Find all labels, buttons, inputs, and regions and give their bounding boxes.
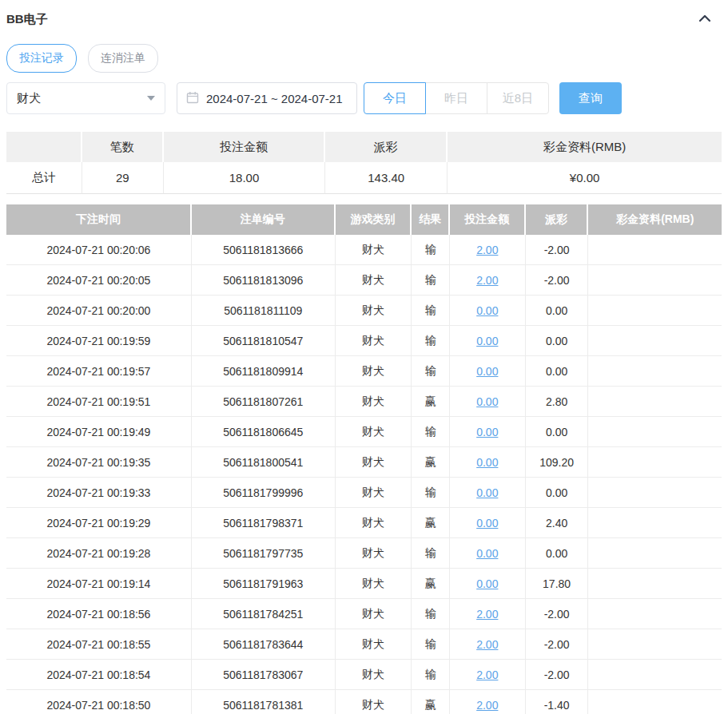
order-id-cell: 5061181810547 bbox=[192, 326, 336, 356]
bet-amount-link[interactable]: 2.00 bbox=[476, 274, 498, 287]
table-row: 2024-07-21 00:19:355061181800541财犬赢0.001… bbox=[6, 447, 722, 478]
records-header-payout: 派彩 bbox=[526, 204, 589, 235]
bet-amount-link[interactable]: 0.00 bbox=[476, 486, 498, 499]
summary-header-row: 笔数 投注金额 派彩 彩金资料(RMB) bbox=[6, 132, 722, 162]
bet-time-cell: 2024-07-21 00:20:00 bbox=[6, 296, 192, 326]
bet-amount-cell: 2.00 bbox=[450, 265, 526, 296]
payout-cell: 17.80 bbox=[526, 569, 589, 599]
result-cell: 输 bbox=[412, 326, 449, 356]
bet-amount-link[interactable]: 0.00 bbox=[476, 335, 498, 347]
bonus-cell bbox=[588, 629, 722, 660]
bet-amount-cell: 0.00 bbox=[450, 508, 526, 538]
bet-amount-link[interactable]: 0.00 bbox=[476, 365, 498, 378]
result-cell: 输 bbox=[412, 660, 449, 690]
game-type-cell: 财犬 bbox=[336, 326, 412, 356]
bonus-cell bbox=[588, 569, 722, 599]
bet-time-cell: 2024-07-21 00:19:33 bbox=[6, 478, 192, 508]
payout-cell: 0.00 bbox=[526, 538, 589, 569]
bet-amount-link[interactable]: 0.00 bbox=[476, 456, 498, 469]
table-row: 2024-07-21 00:19:515061181807261财犬赢0.002… bbox=[6, 387, 722, 417]
bet-amount-link[interactable]: 2.00 bbox=[476, 699, 498, 712]
game-type-cell: 财犬 bbox=[336, 356, 412, 387]
payout-cell: 0.00 bbox=[526, 417, 589, 447]
result-cell: 赢 bbox=[412, 569, 449, 599]
table-row: 2024-07-21 00:19:335061181799996财犬输0.000… bbox=[6, 478, 722, 508]
chevron-down-icon bbox=[147, 96, 155, 101]
result-cell: 输 bbox=[412, 265, 449, 296]
summary-header-payout: 派彩 bbox=[325, 132, 448, 162]
collapse-button[interactable] bbox=[696, 11, 714, 28]
table-row: 2024-07-21 00:20:055061181813096财犬输2.00-… bbox=[6, 265, 722, 296]
order-id-cell: 5061181800541 bbox=[192, 447, 336, 478]
search-button[interactable]: 查询 bbox=[559, 82, 622, 114]
bonus-cell bbox=[588, 387, 722, 417]
records-header-row: 下注时间 注单编号 游戏类别 结果 投注金额 派彩 彩金资料(RMB) bbox=[6, 204, 722, 235]
bonus-cell bbox=[588, 417, 722, 447]
result-cell: 输 bbox=[412, 296, 449, 326]
bet-amount-link[interactable]: 2.00 bbox=[476, 668, 498, 681]
bet-time-cell: 2024-07-21 00:19:14 bbox=[6, 569, 192, 599]
bonus-cell bbox=[588, 690, 722, 714]
bet-amount-link[interactable]: 0.00 bbox=[476, 426, 498, 438]
payout-cell: -2.00 bbox=[526, 629, 589, 660]
bet-amount-link[interactable]: 2.00 bbox=[476, 244, 498, 256]
date-range-input[interactable]: 2024-07-21 ~ 2024-07-21 bbox=[177, 82, 357, 114]
order-id-cell: 5061181791963 bbox=[192, 569, 336, 599]
bet-time-cell: 2024-07-21 00:18:55 bbox=[6, 629, 192, 660]
records-header-order-id: 注单编号 bbox=[192, 204, 336, 235]
bet-time-cell: 2024-07-21 00:19:28 bbox=[6, 538, 192, 569]
game-select[interactable]: 财犬 bbox=[6, 82, 165, 114]
bet-amount-cell: 0.00 bbox=[450, 326, 526, 356]
tab-cancelled-orders[interactable]: 连消注单 bbox=[88, 44, 158, 73]
quick-range-last8days[interactable]: 近8日 bbox=[487, 82, 549, 114]
quick-range-today[interactable]: 今日 bbox=[364, 82, 426, 114]
result-cell: 输 bbox=[412, 538, 449, 569]
order-id-cell: 5061181806645 bbox=[192, 417, 336, 447]
payout-cell: -2.00 bbox=[526, 265, 589, 296]
summary-total-row: 总计 29 18.00 143.40 ¥0.00 bbox=[6, 162, 722, 194]
bonus-cell bbox=[588, 538, 722, 569]
bet-amount-link[interactable]: 0.00 bbox=[476, 577, 498, 590]
quick-range-yesterday[interactable]: 昨日 bbox=[425, 82, 487, 114]
bet-amount-link[interactable]: 0.00 bbox=[476, 304, 498, 317]
bet-amount-cell: 2.00 bbox=[450, 235, 526, 265]
payout-cell: 0.00 bbox=[526, 296, 589, 326]
bonus-cell bbox=[588, 235, 722, 265]
bonus-cell bbox=[588, 447, 722, 478]
summary-header-count: 笔数 bbox=[82, 132, 164, 162]
game-type-cell: 财犬 bbox=[336, 478, 412, 508]
order-id-cell: 5061181813666 bbox=[192, 235, 336, 265]
order-id-cell: 5061181784251 bbox=[192, 599, 336, 629]
payout-cell: -2.00 bbox=[526, 599, 589, 629]
bet-amount-link[interactable]: 0.00 bbox=[476, 547, 498, 560]
bet-time-cell: 2024-07-21 00:18:50 bbox=[6, 690, 192, 714]
table-row: 2024-07-21 00:18:545061181783067财犬输2.00-… bbox=[6, 660, 722, 690]
bet-time-cell: 2024-07-21 00:20:05 bbox=[6, 265, 192, 296]
bet-amount-link[interactable]: 0.00 bbox=[476, 517, 498, 530]
game-type-cell: 财犬 bbox=[336, 690, 412, 714]
result-cell: 输 bbox=[412, 235, 449, 265]
bonus-cell bbox=[588, 660, 722, 690]
order-id-cell: 5061181807261 bbox=[192, 387, 336, 417]
order-id-cell: 5061181809914 bbox=[192, 356, 336, 387]
bet-amount-link[interactable]: 2.00 bbox=[476, 638, 498, 651]
bet-amount-link[interactable]: 2.00 bbox=[476, 608, 498, 621]
bonus-cell bbox=[588, 265, 722, 296]
bet-amount-cell: 0.00 bbox=[450, 447, 526, 478]
summary-total-payout: 143.40 bbox=[325, 162, 448, 194]
summary-total-count: 29 bbox=[82, 162, 164, 194]
records-header-bet-amount: 投注金额 bbox=[450, 204, 526, 235]
table-row: 2024-07-21 00:19:495061181806645财犬输0.000… bbox=[6, 417, 722, 447]
bet-amount-cell: 2.00 bbox=[450, 660, 526, 690]
tab-bet-records[interactable]: 投注记录 bbox=[6, 44, 77, 73]
payout-cell: 2.40 bbox=[526, 508, 589, 538]
bet-time-cell: 2024-07-21 00:19:59 bbox=[6, 326, 192, 356]
bet-amount-cell: 0.00 bbox=[450, 569, 526, 599]
order-id-cell: 5061181783067 bbox=[192, 660, 336, 690]
order-id-cell: 5061181813096 bbox=[192, 265, 336, 296]
result-cell: 赢 bbox=[412, 690, 449, 714]
result-cell: 输 bbox=[412, 599, 449, 629]
records-table: 下注时间 注单编号 游戏类别 结果 投注金额 派彩 彩金资料(RMB) 2024… bbox=[6, 204, 722, 714]
result-cell: 输 bbox=[412, 417, 449, 447]
bet-amount-link[interactable]: 0.00 bbox=[476, 395, 498, 408]
